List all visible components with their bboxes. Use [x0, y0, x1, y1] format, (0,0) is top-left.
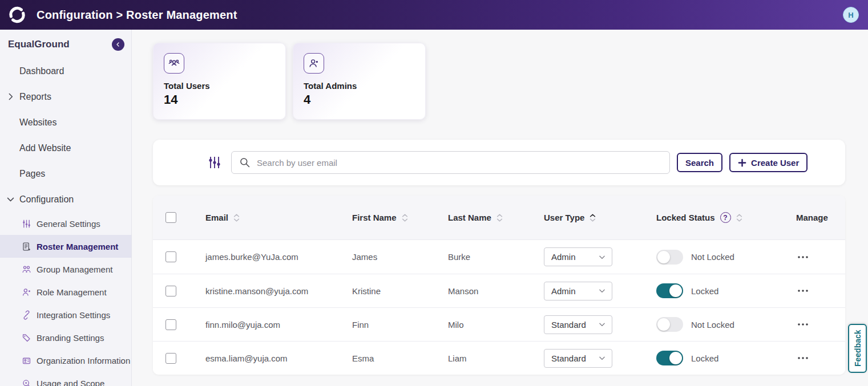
sort-up-icon — [736, 214, 742, 217]
row-actions-button[interactable] — [796, 250, 811, 265]
sort-up-icon — [233, 214, 240, 217]
locked-toggle[interactable] — [656, 351, 683, 365]
stat-card-value: 4 — [304, 92, 415, 107]
toggle-knob — [657, 251, 670, 263]
column-header-email[interactable]: Email — [200, 213, 348, 222]
sidebar-item-reports[interactable]: Reports — [0, 84, 131, 109]
column-header-select-all[interactable] — [153, 212, 200, 223]
sort-control[interactable] — [590, 214, 596, 222]
sidebar-collapse-button[interactable] — [112, 38, 124, 51]
cell-first-name: Kristine — [348, 286, 445, 296]
role-person-icon — [22, 287, 31, 297]
column-header-locked-status[interactable]: Locked Status? — [653, 212, 788, 223]
chevron-right-icon — [6, 92, 15, 101]
sidebar-item-branding-settings[interactable]: Branding Settings — [0, 326, 131, 349]
sidebar-subitem-label: Integration Settings — [37, 310, 110, 320]
user-type-value: Standard — [551, 320, 586, 330]
row-checkbox[interactable] — [165, 319, 176, 330]
user-type-select[interactable]: Standard — [544, 315, 612, 334]
sort-down-icon — [496, 218, 503, 222]
sidebar-item-label: Configuration — [19, 194, 74, 205]
row-actions-button[interactable] — [796, 317, 811, 332]
sort-down-icon — [590, 218, 596, 222]
cell-last-name: Burke — [445, 252, 539, 262]
usage-scope-icon — [22, 379, 31, 386]
column-header-first-name[interactable]: First Name — [348, 213, 445, 222]
cell-last-name: Manson — [445, 286, 539, 296]
sidebar-item-organization-information[interactable]: Organization Information — [0, 349, 131, 372]
sidebar-item-dashboard[interactable]: Dashboard — [0, 58, 131, 84]
sidebar-subitem-label: Role Management — [37, 287, 107, 297]
sort-down-icon — [233, 218, 240, 222]
sidebar-item-usage-and-scope[interactable]: Usage and Scope — [0, 372, 131, 386]
user-type-select[interactable]: Admin — [544, 282, 612, 300]
sort-up-icon — [496, 214, 503, 217]
column-label: Manage — [796, 213, 828, 222]
search-button[interactable]: Search — [677, 153, 722, 172]
sidebar-item-roster-management[interactable]: Roster Management — [0, 235, 131, 258]
sidebar-item-websites[interactable]: Websites — [0, 109, 131, 135]
admin-user-icon — [304, 53, 324, 74]
sidebar-item-add-website[interactable]: Add Website — [0, 135, 131, 161]
column-header-last-name[interactable]: Last Name — [445, 213, 539, 222]
locked-status-label: Locked — [691, 354, 718, 363]
select-all-checkbox[interactable] — [165, 212, 176, 223]
user-type-select[interactable]: Standard — [544, 349, 612, 368]
toggle-knob — [669, 352, 682, 364]
column-label: Email — [205, 213, 228, 222]
sort-control[interactable] — [402, 214, 408, 222]
help-icon[interactable]: ? — [720, 212, 731, 223]
sidebar-item-role-management[interactable]: Role Management — [0, 281, 131, 303]
topbar: Configuration > Roster Management H — [0, 0, 868, 30]
sort-control[interactable] — [736, 214, 742, 222]
sidebar-item-label: Websites — [19, 117, 57, 128]
cell-email: james.burke@YuJa.com — [200, 252, 348, 262]
row-checkbox[interactable] — [165, 353, 176, 364]
chevron-down-icon — [6, 194, 15, 204]
row-actions-button[interactable] — [796, 283, 811, 298]
locked-status-label: Locked — [691, 286, 718, 296]
column-label: First Name — [352, 213, 397, 222]
sidebar-item-group-management[interactable]: Group Management — [0, 258, 131, 281]
sliders-icon — [22, 219, 31, 229]
feedback-button[interactable]: Feedback — [848, 324, 867, 373]
search-input[interactable] — [231, 151, 670, 174]
stat-card-value: 14 — [164, 92, 275, 107]
sidebar-item-general-settings[interactable]: General Settings — [0, 212, 131, 235]
create-user-button[interactable]: Create User — [729, 153, 808, 172]
sort-control[interactable] — [496, 214, 503, 222]
sidebar-subitem-label: General Settings — [37, 219, 100, 229]
sidebar-item-configuration[interactable]: Configuration — [0, 186, 131, 212]
locked-toggle[interactable] — [656, 317, 683, 332]
cell-last-name: Milo — [445, 320, 539, 330]
filter-sliders-icon[interactable] — [207, 155, 222, 170]
arrow-left-icon — [115, 41, 122, 48]
cell-email: esma.liam@yuja.com — [200, 354, 348, 363]
column-header-manage: Manage — [788, 213, 845, 222]
ellipsis-icon — [796, 250, 810, 264]
sidebar-item-integration-settings[interactable]: Integration Settings — [0, 303, 131, 326]
table-header-row: EmailFirst NameLast NameUser TypeLocked … — [153, 196, 845, 240]
row-checkbox[interactable] — [165, 286, 176, 296]
roster-document-icon — [22, 242, 31, 251]
sort-control[interactable] — [233, 214, 240, 222]
locked-status-label: Not Locked — [691, 252, 734, 262]
chevron-down-icon — [598, 320, 606, 328]
row-actions-button[interactable] — [796, 351, 811, 365]
cell-last-name: Liam — [445, 354, 539, 363]
user-avatar[interactable]: H — [843, 7, 859, 23]
column-label: User Type — [544, 213, 584, 222]
locked-toggle[interactable] — [656, 283, 683, 298]
stat-card-total-admins: Total Admins4 — [293, 43, 426, 120]
column-header-user-type[interactable]: User Type — [539, 213, 653, 222]
sidebar-item-label: Add Website — [19, 143, 71, 153]
sidebar-subnav: General SettingsRoster ManagementGroup M… — [0, 212, 131, 386]
create-user-label: Create User — [751, 158, 799, 168]
row-checkbox[interactable] — [165, 251, 176, 262]
user-type-select[interactable]: Admin — [544, 247, 612, 266]
sidebar-item-pages[interactable]: Pages — [0, 161, 131, 186]
cell-first-name: Esma — [348, 354, 445, 363]
locked-toggle[interactable] — [656, 250, 683, 265]
column-label: Locked Status — [656, 213, 715, 222]
sort-up-icon — [590, 214, 596, 217]
